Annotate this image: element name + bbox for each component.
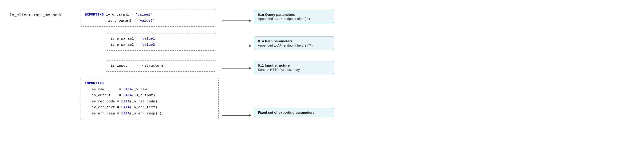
method-call-text: lo_client->api_method( bbox=[10, 13, 62, 18]
input-info-title: 0..1 Input structure bbox=[258, 63, 330, 67]
query-info-box: 0..n Query parameters Appended to API en… bbox=[254, 10, 334, 23]
path-info-title: 0..n Path parameters bbox=[258, 39, 330, 43]
input-info-subtitle: Sent as HTTP Request body bbox=[258, 68, 330, 72]
method-call-label: lo_client->api_method( bbox=[10, 13, 62, 18]
svg-marker-3 bbox=[249, 45, 252, 47]
export-info-box: Fixed set of exporting parameters bbox=[254, 108, 334, 117]
query-params-box: EXPORTING iv_q_param1 = 'value1' iv_q_pa… bbox=[80, 9, 216, 27]
exporting-keyword: EXPORTING bbox=[85, 13, 104, 17]
export-info-title: Fixed set of exporting parameters bbox=[258, 110, 330, 114]
query-param1: iv_q_param1 = 'value1' bbox=[106, 13, 152, 17]
path-params-box: iv_p_param1 = 'value1' iv_p_param2 = 'va… bbox=[106, 33, 216, 51]
path-param2: iv_p_param2 = 'value2' bbox=[110, 43, 157, 47]
path-info-box: 0..n Path parameters Appended to API end… bbox=[254, 37, 334, 50]
importing-keyword: IMPORTING bbox=[85, 81, 104, 85]
query-info-title: 0..n Query parameters bbox=[258, 13, 330, 17]
path-info-subtitle: Appended to API endpoint before ('?') bbox=[258, 44, 330, 47]
importing-line4: ev_err_text = DATA(lv_err_text) bbox=[92, 105, 157, 109]
path-param1: iv_p_param1 = 'value1' bbox=[110, 37, 157, 41]
svg-marker-1 bbox=[249, 20, 252, 22]
importing-line1: es_raw = DATA(lv_raw) bbox=[92, 88, 149, 92]
svg-marker-7 bbox=[249, 114, 252, 116]
query-param2: iv_q_param2 = 'value2' bbox=[85, 19, 155, 23]
input-struct-box: is_input = <structure> bbox=[106, 60, 216, 72]
importing-line3: ev_ret_code = DATA(lv_ret_code) bbox=[92, 100, 157, 104]
svg-marker-5 bbox=[249, 67, 252, 69]
importing-line5: es_err_resp = DATA(ls_err_resp) ). bbox=[92, 112, 164, 116]
diagram-container: lo_client->api_method( EXPORTING iv_q_pa… bbox=[0, 0, 644, 154]
input-struct-line: is_input = <structure> bbox=[110, 64, 166, 68]
importing-box: IMPORTING es_raw = DATA(lv_raw) es_outpu… bbox=[80, 78, 219, 119]
query-info-subtitle: Appended to API endpoint after ('?') bbox=[258, 17, 330, 21]
input-info-box: 0..1 Input structure Sent as HTTP Reques… bbox=[254, 61, 334, 74]
importing-line2: es_output = DATA(ls_output) bbox=[92, 93, 155, 97]
